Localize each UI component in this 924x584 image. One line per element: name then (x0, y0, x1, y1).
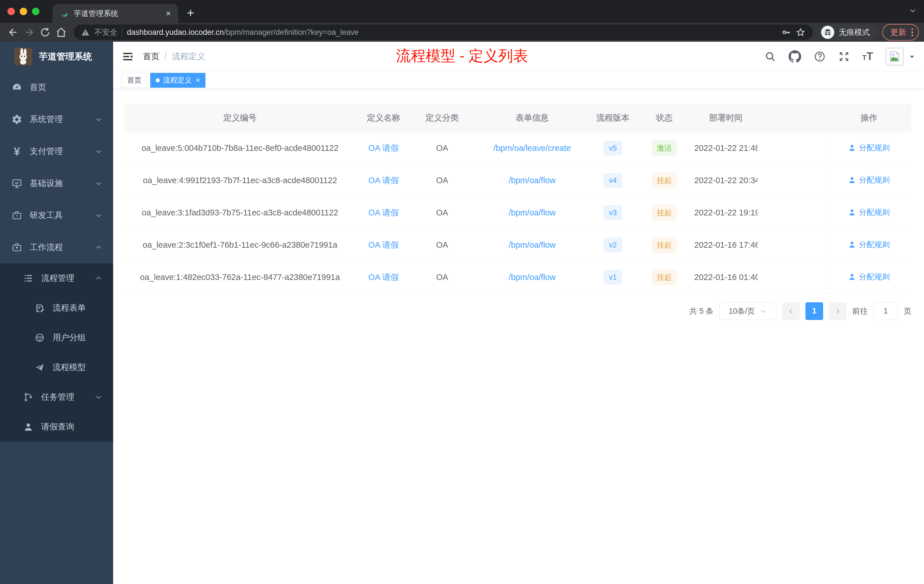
help-icon[interactable] (814, 51, 826, 63)
form-link[interactable]: /bpm/oa/leave/create (493, 144, 571, 153)
column-header-category: 定义分类 (411, 104, 473, 132)
maximize-window-button[interactable] (32, 8, 40, 15)
url-text: dashboard.yudao.iocoder.cn/bpm/manager/d… (127, 28, 358, 37)
github-icon[interactable] (789, 50, 801, 63)
user-avatar-broken-image[interactable] (886, 48, 903, 66)
sidebar-item-task-management[interactable]: 任务管理 (0, 382, 113, 412)
definition-name-link[interactable]: OA 请假 (368, 176, 399, 185)
breadcrumb-separator: / (165, 52, 167, 61)
breadcrumb: 首页 / 流程定义 (143, 51, 205, 62)
sidebar-logo[interactable]: 芋道管理系统 (0, 42, 113, 71)
browser-menu-icon[interactable] (911, 28, 913, 36)
reload-button[interactable] (37, 24, 53, 40)
chevron-down-icon (95, 148, 102, 155)
cell-deploy-time: 2022-01-16 17:46:53 (694, 229, 758, 261)
page-unit-label: 页 (904, 306, 911, 316)
status-badge: 挂起 (652, 269, 676, 285)
column-header-name: 定义名称 (356, 104, 411, 132)
form-link[interactable]: /bpm/oa/flow (508, 208, 555, 217)
minimize-window-button[interactable] (20, 8, 27, 15)
assign-rule-link[interactable]: 分配规则 (848, 272, 890, 282)
chevron-up-icon (95, 244, 102, 251)
forward-button[interactable] (21, 24, 37, 40)
sidebar-item-label: 流程表单 (53, 302, 102, 314)
page-number-button[interactable]: 1 (805, 302, 823, 320)
browser-tab-strip: 芋道管理系统 × + (0, 0, 924, 23)
cell-deploy-time: 2022-01-22 20:34:10 (694, 164, 758, 196)
paper-plane-icon (34, 362, 46, 373)
user-icon (22, 422, 34, 432)
definition-name-link[interactable]: OA 请假 (368, 240, 399, 249)
new-tab-button[interactable]: + (187, 6, 194, 20)
address-bar[interactable]: 不安全 dashboard.yudao.iocoder.cn/bpm/manag… (74, 25, 813, 40)
definition-name-link[interactable]: OA 请假 (368, 144, 399, 153)
form-link[interactable]: /bpm/oa/flow (508, 176, 555, 185)
cell-category: OA (411, 132, 473, 164)
avatar-caret-icon[interactable] (909, 53, 916, 60)
form-link[interactable]: /bpm/oa/flow (508, 240, 555, 249)
assign-rule-link[interactable]: 分配规则 (848, 239, 890, 250)
tab-close-icon[interactable]: × (166, 9, 171, 18)
sidebar-item-user-groups[interactable]: 用户分组 (0, 323, 113, 353)
form-link[interactable]: /bpm/oa/flow (508, 272, 555, 282)
window-controls (0, 8, 47, 15)
next-page-button[interactable] (829, 302, 846, 320)
assign-rule-link[interactable]: 分配规则 (848, 143, 890, 153)
workflow-submenu: 流程管理 流程表单 用户分组 流程模 (0, 264, 113, 442)
browser-tab[interactable]: 芋道管理系统 × (53, 4, 178, 23)
search-icon[interactable] (765, 51, 776, 62)
goto-page-input[interactable] (873, 302, 898, 320)
sidebar-item-label: 任务管理 (41, 391, 95, 403)
sidebar-item-process-management[interactable]: 流程管理 (0, 264, 113, 293)
definition-name-link[interactable]: OA 请假 (368, 272, 399, 282)
cell-definition-id: oa_leave:3:1fad3d93-7b75-11ec-a3c8-acde4… (124, 196, 356, 229)
table-row: oa_leave:2:3c1f0ef1-76b1-11ec-9c66-a2380… (124, 229, 911, 261)
sidebar-fold-icon[interactable] (122, 51, 134, 63)
sidebar-item-workflow[interactable]: 工作流程 (0, 231, 113, 264)
tags-bar: 首页 流程定义 × (113, 71, 924, 89)
tag-home[interactable]: 首页 (122, 73, 147, 88)
sidebar-item-process-model[interactable]: 流程模型 (0, 353, 113, 382)
chrome-update-button[interactable]: 更新 (882, 24, 919, 41)
sidebar-item-infrastructure[interactable]: 基础设施 (0, 167, 113, 200)
sidebar-item-system[interactable]: 系统管理 (0, 104, 113, 135)
cell-category: OA (411, 229, 473, 261)
page-size-select[interactable]: 10条/页 (719, 302, 776, 320)
url-path: /bpm/manager/definition?key=oa_leave (224, 28, 358, 36)
sidebar-item-process-form[interactable]: 流程表单 (0, 293, 113, 323)
page-title: 流程模型 - 定义列表 (396, 46, 528, 66)
tag-process-definition[interactable]: 流程定义 × (150, 73, 205, 88)
assign-rule-link[interactable]: 分配规则 (848, 175, 890, 185)
sidebar-item-leave-query[interactable]: 请假查询 (0, 412, 113, 442)
assign-rule-link[interactable]: 分配规则 (848, 207, 890, 218)
prev-page-button[interactable] (782, 302, 800, 320)
sidebar-item-dev-tools[interactable]: 研发工具 (0, 200, 113, 231)
cell-deploy-time: 2022-01-16 01:40:51 (694, 261, 758, 294)
font-size-icon[interactable]: TT (862, 50, 873, 63)
bookmark-star-icon[interactable] (796, 27, 805, 37)
sidebar-item-label: 用户分组 (53, 332, 102, 343)
back-button[interactable] (5, 24, 21, 40)
sidebar-item-payment[interactable]: ¥ 支付管理 (0, 135, 113, 167)
not-secure-warning-icon (81, 28, 90, 36)
version-badge: v5 (604, 141, 622, 155)
sidebar: 芋道管理系统 首页 系统管理 ¥ 支付管理 (0, 42, 113, 584)
status-badge: 激活 (652, 140, 676, 156)
breadcrumb-home[interactable]: 首页 (143, 51, 159, 62)
tab-search-icon[interactable] (909, 7, 917, 14)
table-header-row: 定义编号 定义名称 定义分类 表单信息 流程版本 状态 部署时间 操作 (124, 104, 911, 132)
column-header-spacer (758, 104, 826, 132)
sidebar-item-home[interactable]: 首页 (0, 71, 113, 104)
incognito-label: 无痕模式 (839, 27, 870, 38)
key-icon[interactable] (781, 27, 791, 37)
close-window-button[interactable] (7, 8, 15, 15)
chevron-down-icon (95, 116, 102, 123)
definition-table: 定义编号 定义名称 定义分类 表单信息 流程版本 状态 部署时间 操作 oa_l… (124, 104, 911, 294)
home-button[interactable] (53, 24, 69, 40)
tag-close-icon[interactable]: × (196, 76, 200, 84)
sidebar-item-label: 请假查询 (41, 421, 102, 432)
version-badge: v2 (604, 238, 622, 252)
definition-name-link[interactable]: OA 请假 (368, 208, 399, 217)
page-size-value: 10条/页 (729, 306, 755, 316)
fullscreen-icon[interactable] (838, 51, 850, 62)
